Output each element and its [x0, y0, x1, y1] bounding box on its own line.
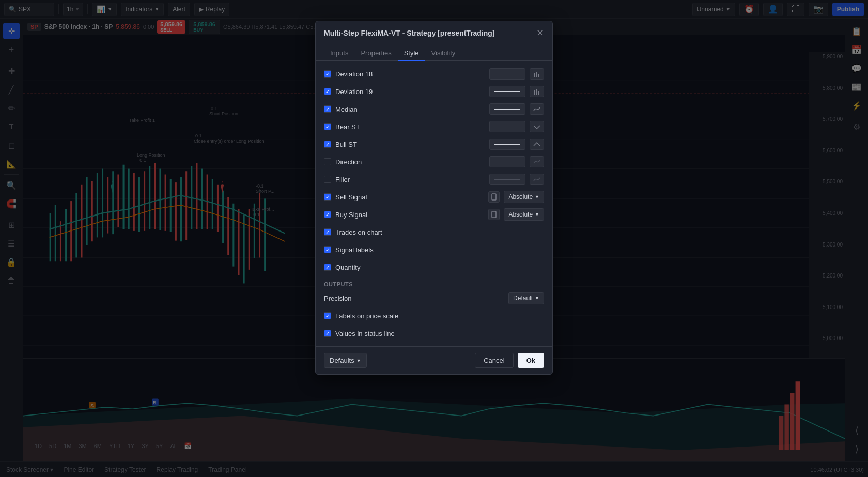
- median-label: Median: [335, 105, 358, 113]
- direction-style-btn[interactable]: [530, 156, 544, 167]
- modal-dialog: Multi-Step FlexiMA-VT - Strategy [presen…: [315, 21, 553, 375]
- values-status-line-label: Values in status line: [335, 330, 395, 337]
- row-median: ✓ Median: [316, 100, 552, 118]
- row-bull-st: ✓ Bull ST: [316, 135, 552, 153]
- modal-overlay[interactable]: Multi-Step FlexiMA-VT - Strategy [presen…: [0, 0, 868, 477]
- quantity-checkbox[interactable]: ✓: [324, 264, 331, 271]
- sell-signal-checkbox[interactable]: ✓: [324, 193, 331, 201]
- signal-labels-checkbox[interactable]: ✓: [324, 246, 331, 253]
- deviation18-label: Deviation 18: [335, 70, 373, 78]
- buy-signal-label: Buy Signal: [335, 211, 367, 219]
- deviation19-line[interactable]: [489, 86, 525, 97]
- svg-rect-75: [538, 91, 539, 95]
- svg-rect-78: [492, 211, 496, 218]
- cancel-btn[interactable]: Cancel: [475, 353, 513, 368]
- row-values-status-line: ✓ Values in status line: [316, 325, 552, 342]
- bull-st-checkbox[interactable]: ✓: [324, 141, 331, 148]
- labels-price-scale-label: Labels on price scale: [335, 312, 398, 320]
- precision-label-wrap: Precision: [324, 295, 504, 302]
- direction-label: Direction: [335, 158, 362, 166]
- modal-body[interactable]: ✓ Deviation 18 ✓ Deviation 19: [316, 61, 552, 346]
- row-precision: Precision Default ▼: [316, 289, 552, 307]
- tab-style[interactable]: Style: [398, 46, 425, 61]
- deviation19-label: Deviation 19: [335, 88, 373, 96]
- tab-inputs[interactable]: Inputs: [324, 46, 354, 61]
- deviation19-style-btn[interactable]: [530, 86, 544, 97]
- signal-labels-label: Signal labels: [335, 246, 374, 254]
- bull-st-line[interactable]: [489, 139, 525, 150]
- bear-st-line[interactable]: [489, 121, 525, 132]
- modal-close-btn[interactable]: ✕: [536, 28, 544, 38]
- svg-rect-72: [540, 71, 540, 77]
- buy-signal-checkbox[interactable]: ✓: [324, 211, 331, 218]
- row-signal-labels: ✓ Signal labels: [316, 241, 552, 258]
- tab-properties[interactable]: Properties: [354, 46, 397, 61]
- filler-checkbox[interactable]: [324, 176, 331, 183]
- row-filler: Filler: [316, 171, 552, 188]
- modal-header: Multi-Step FlexiMA-VT - Strategy [presen…: [316, 21, 552, 38]
- trades-on-chart-label: Trades on chart: [335, 228, 382, 236]
- deviation18-style-btn[interactable]: [530, 68, 544, 80]
- ok-btn[interactable]: Ok: [518, 353, 544, 368]
- footer-actions: Cancel Ok: [475, 353, 544, 368]
- tab-visibility[interactable]: Visibility: [425, 46, 462, 61]
- quantity-label: Quantity: [335, 264, 360, 271]
- quantity-wrap: ✓ Quantity: [324, 264, 544, 271]
- svg-rect-76: [540, 88, 540, 95]
- buy-signal-dropdown[interactable]: Absolute ▼: [504, 208, 544, 221]
- filler-line[interactable]: [489, 174, 525, 185]
- svg-rect-74: [536, 89, 537, 95]
- bull-st-style-btn[interactable]: [530, 139, 544, 150]
- median-style-btn[interactable]: [530, 103, 544, 115]
- trades-on-chart-checkbox[interactable]: ✓: [324, 228, 331, 236]
- precision-dropdown[interactable]: Default ▼: [508, 292, 544, 304]
- row-trades-on-chart: ✓ Trades on chart: [316, 223, 552, 241]
- signal-labels-wrap: ✓ Signal labels: [324, 246, 544, 254]
- sell-signal-label: Sell Signal: [335, 193, 367, 201]
- bull-st-label: Bull ST: [335, 141, 357, 148]
- buy-signal-shape-btn[interactable]: [488, 209, 500, 220]
- sell-signal-shape-btn[interactable]: [488, 191, 500, 203]
- outputs-header: OUTPUTS: [316, 276, 552, 289]
- modal-tabs: Inputs Properties Style Visibility: [316, 42, 552, 61]
- svg-rect-77: [492, 194, 496, 200]
- labels-price-scale-wrap: ✓ Labels on price scale: [324, 312, 544, 320]
- bull-st-wrap: ✓ Bull ST: [324, 141, 485, 148]
- row-direction: Direction: [316, 153, 552, 171]
- bear-st-checkbox[interactable]: ✓: [324, 123, 331, 130]
- values-status-line-checkbox[interactable]: ✓: [324, 330, 331, 337]
- svg-rect-70: [536, 72, 537, 77]
- modal-title: Multi-Step FlexiMA-VT - Strategy [presen…: [324, 29, 495, 37]
- labels-price-scale-checkbox[interactable]: ✓: [324, 312, 331, 319]
- direction-checkbox[interactable]: [324, 158, 331, 165]
- modal-footer: Defaults ▼ Cancel Ok: [316, 346, 552, 374]
- row-buy-signal: ✓ Buy Signal Absolute ▼: [316, 206, 552, 223]
- row-deviation18: ✓ Deviation 18: [316, 65, 552, 83]
- deviation18-checkbox[interactable]: ✓: [324, 70, 331, 78]
- sell-signal-wrap: ✓ Sell Signal: [324, 193, 484, 201]
- filler-style-btn[interactable]: [530, 174, 544, 185]
- defaults-btn[interactable]: Defaults ▼: [324, 353, 367, 368]
- trades-on-chart-wrap: ✓ Trades on chart: [324, 228, 544, 236]
- values-status-line-wrap: ✓ Values in status line: [324, 330, 544, 337]
- sell-signal-dropdown[interactable]: Absolute ▼: [504, 191, 544, 203]
- direction-line[interactable]: [489, 156, 525, 167]
- filler-label: Filler: [335, 176, 350, 183]
- direction-wrap: Direction: [324, 158, 485, 166]
- median-line[interactable]: [489, 103, 525, 115]
- deviation18-wrap: ✓ Deviation 18: [324, 70, 485, 78]
- deviation18-line[interactable]: [489, 68, 525, 80]
- filler-wrap: Filler: [324, 176, 485, 183]
- deviation19-checkbox[interactable]: ✓: [324, 88, 331, 95]
- row-bear-st: ✓ Bear ST: [316, 118, 552, 135]
- bear-st-wrap: ✓ Bear ST: [324, 123, 485, 131]
- buy-signal-wrap: ✓ Buy Signal: [324, 211, 484, 219]
- svg-rect-73: [534, 90, 535, 95]
- median-checkbox[interactable]: ✓: [324, 105, 331, 113]
- bear-st-style-btn[interactable]: [530, 121, 544, 132]
- bear-st-label: Bear ST: [335, 123, 360, 131]
- precision-label: Precision: [324, 295, 351, 302]
- svg-rect-69: [534, 73, 535, 77]
- median-wrap: ✓ Median: [324, 105, 485, 113]
- row-sell-signal: ✓ Sell Signal Absolute ▼: [316, 188, 552, 206]
